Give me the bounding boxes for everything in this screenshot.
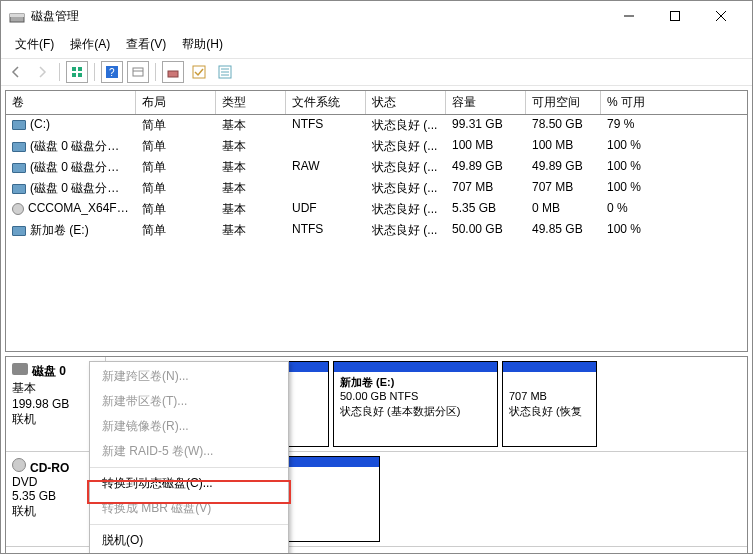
forward-button[interactable] (31, 61, 53, 83)
volume-list-header: 卷 布局 类型 文件系统 状态 容量 可用空间 % 可用 (6, 91, 747, 115)
cdrom-label: CD-RO (30, 461, 69, 475)
volume-row[interactable]: CCCOMA_X64FR...简单基本UDF状态良好 (...5.35 GB0 … (6, 199, 747, 220)
app-icon (9, 8, 25, 24)
col-type[interactable]: 类型 (216, 91, 286, 114)
window-controls (606, 1, 744, 31)
cdrom-size: 5.35 GB (12, 489, 99, 503)
context-menu-item[interactable]: 脱机(O) (90, 528, 288, 553)
svg-rect-1 (10, 14, 24, 17)
context-menu-item: 新建跨区卷(N)... (90, 364, 288, 389)
context-menu-item: 新建带区卷(T)... (90, 389, 288, 414)
col-volume[interactable]: 卷 (6, 91, 136, 114)
disk-icon (12, 363, 28, 375)
svg-rect-12 (133, 68, 143, 76)
col-freespace[interactable]: 可用空间 (526, 91, 601, 114)
help-button[interactable]: ? (101, 61, 123, 83)
svg-text:?: ? (109, 67, 115, 78)
disk-0-label: 磁盘 0 (32, 364, 66, 378)
col-status[interactable]: 状态 (366, 91, 446, 114)
volume-row[interactable]: (C:)简单基本NTFS状态良好 (...99.31 GB78.50 GB79 … (6, 115, 747, 136)
svg-rect-6 (72, 67, 76, 71)
refresh-button[interactable] (127, 61, 149, 83)
disk-0-size: 199.98 GB (12, 397, 99, 411)
volume-rows: (C:)简单基本NTFS状态良好 (...99.31 GB78.50 GB79 … (6, 115, 747, 241)
context-menu-separator (90, 467, 288, 468)
context-menu-item: 新建 RAID-5 卷(W)... (90, 439, 288, 464)
svg-rect-8 (72, 73, 76, 77)
col-layout[interactable]: 布局 (136, 91, 216, 114)
context-menu-item: 新建镜像卷(R)... (90, 414, 288, 439)
disk-context-menu: 新建跨区卷(N)...新建带区卷(T)...新建镜像卷(R)...新建 RAID… (89, 361, 289, 554)
check-button[interactable] (188, 61, 210, 83)
svg-rect-14 (168, 71, 178, 77)
svg-rect-15 (193, 66, 205, 78)
back-button[interactable] (5, 61, 27, 83)
partition[interactable]: 707 MB状态良好 (恢复 (502, 361, 597, 447)
cdrom-type: DVD (12, 475, 99, 489)
separator (155, 63, 156, 81)
cdrom-online: 联机 (12, 503, 99, 520)
volume-row[interactable]: (磁盘 0 磁盘分区 3)简单基本RAW状态良好 (...49.89 GB49.… (6, 157, 747, 178)
menubar: 文件(F) 操作(A) 查看(V) 帮助(H) (1, 31, 752, 59)
col-filesystem[interactable]: 文件系统 (286, 91, 366, 114)
context-menu-item[interactable]: 转换到动态磁盘(C)... (90, 471, 288, 496)
svg-rect-9 (78, 73, 82, 77)
col-percent[interactable]: % 可用 (601, 91, 661, 114)
separator (59, 63, 60, 81)
separator (94, 63, 95, 81)
titlebar: 磁盘管理 (1, 1, 752, 31)
svg-rect-3 (671, 12, 680, 21)
maximize-button[interactable] (652, 1, 698, 31)
context-menu-item: 转换成 MBR 磁盘(V) (90, 496, 288, 521)
volume-row[interactable]: 新加卷 (E:)简单基本NTFS状态良好 (...50.00 GB49.85 G… (6, 220, 747, 241)
menu-file[interactable]: 文件(F) (7, 33, 62, 56)
close-button[interactable] (698, 1, 744, 31)
settings-button[interactable] (162, 61, 184, 83)
volume-list: 卷 布局 类型 文件系统 状态 容量 可用空间 % 可用 (C:)简单基本NTF… (5, 90, 748, 352)
menu-help[interactable]: 帮助(H) (174, 33, 231, 56)
context-menu-separator (90, 524, 288, 525)
volume-row[interactable]: (磁盘 0 磁盘分区 1)简单基本状态良好 (...100 MB100 MB10… (6, 136, 747, 157)
volume-list-empty (6, 241, 747, 351)
list-button[interactable] (214, 61, 236, 83)
view-list-button[interactable] (66, 61, 88, 83)
minimize-button[interactable] (606, 1, 652, 31)
toolbar: ? (1, 59, 752, 86)
disk-0-online: 联机 (12, 411, 99, 428)
window-title: 磁盘管理 (31, 8, 606, 25)
menu-action[interactable]: 操作(A) (62, 33, 118, 56)
svg-rect-7 (78, 67, 82, 71)
disk-0-basic: 基本 (12, 380, 99, 397)
volume-row[interactable]: (磁盘 0 磁盘分区 6)简单基本状态良好 (...707 MB707 MB10… (6, 178, 747, 199)
partition[interactable]: 新加卷 (E:)50.00 GB NTFS状态良好 (基本数据分区) (333, 361, 498, 447)
cdrom-icon (12, 458, 26, 472)
menu-view[interactable]: 查看(V) (118, 33, 174, 56)
col-capacity[interactable]: 容量 (446, 91, 526, 114)
